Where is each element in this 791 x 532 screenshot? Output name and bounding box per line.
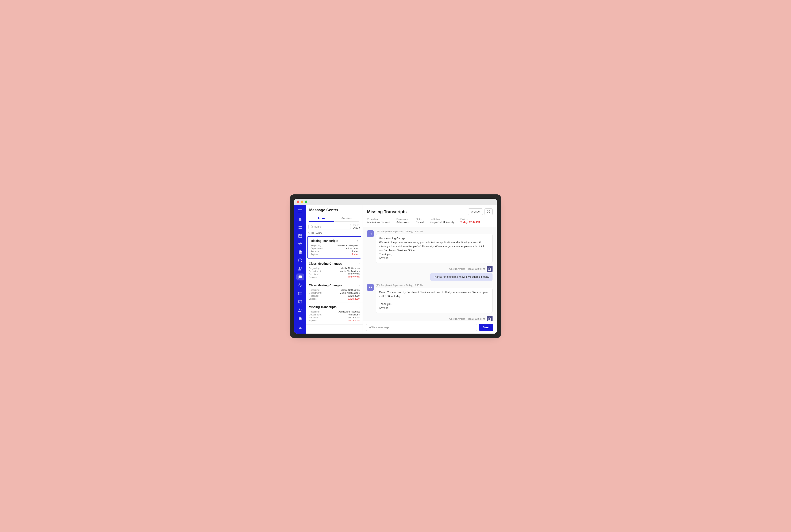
avatar: PS [367,230,374,237]
compose-area: Send [363,321,497,334]
tab-inbox[interactable]: Inbox [309,215,334,222]
home-icon[interactable] [296,216,304,223]
svg-point-11 [298,259,302,262]
document-icon[interactable] [296,249,304,256]
maximize-button[interactable] [305,201,307,203]
card-icon[interactable] [296,290,304,297]
svg-point-15 [301,267,302,268]
meta-value: Mobile Notification [323,289,360,291]
search-input[interactable] [314,225,349,228]
svg-rect-5 [299,228,300,229]
menu-icon[interactable] [296,208,304,214]
thread-item[interactable]: Class Meeting Changes › Regarding: Mobil… [306,259,363,281]
archive-button[interactable]: Archive [468,208,483,215]
chevron-right-icon: › [359,284,360,287]
meta-value: 02/20/2019 [323,294,360,297]
avatar: PS [367,284,374,291]
thread-item[interactable]: Class Meeting Changes › Regarding: Mobil… [306,281,363,303]
people-group-icon[interactable] [296,307,304,314]
notes-icon[interactable] [296,315,304,322]
minimize-button[interactable] [301,201,303,203]
face-icon[interactable] [296,257,304,264]
message-header: Missing Transcripts Archive [363,205,497,227]
meta-value: Admissions [325,247,358,250]
thread-meta: Regarding: Mobile Notification Departmen… [309,289,360,300]
svg-point-12 [299,260,300,261]
meta-label: Department: [309,270,322,272]
svg-rect-1 [298,211,302,211]
meta-label: Received: [310,250,323,253]
svg-rect-3 [299,226,300,227]
sort-button[interactable]: Sort By: Date ▾ [353,224,360,229]
calendar-icon[interactable] [296,232,304,239]
svg-point-14 [299,267,300,269]
message-bubble: Great! You can stop by Enrollment Servic… [376,288,492,313]
svg-point-26 [311,226,313,227]
thread-item[interactable]: Missing Transcripts › Regarding: Admissi… [307,236,361,259]
meta-col-label: Institution: [430,218,454,220]
left-panel: Message Center Inbox Archived [306,205,363,334]
message-icon[interactable] [296,273,304,281]
message-meta-row: Regarding: Admissions Request Department… [367,218,492,224]
meta-department: Department: Admissions [396,218,409,224]
meta-label: Regarding: [310,244,323,247]
tab-archived[interactable]: Archived [334,215,359,222]
thread-header: Missing Transcripts › [310,239,358,243]
message-sender: George Amalor -- Today, 12:50 PM [449,268,485,270]
app-body: Message Center Inbox Archived [294,205,497,334]
list-alt-icon[interactable] [296,298,304,305]
people-icon[interactable] [296,265,304,272]
meta-label: Regarding: [309,310,322,313]
thread-header: Missing Transcripts › [309,305,360,309]
sort-value: Date [353,226,358,229]
message-sender: [PS] Peoplesoft Superuser -- Today, 12:4… [376,230,492,233]
logo-mountain-icon [296,324,304,331]
page-title: Message Center [309,208,359,212]
meta-col-value: Admissions [396,221,409,224]
messages-area: PS [PS] Peoplesoft Superuser -- Today, 1… [363,227,497,321]
svg-rect-29 [487,266,492,272]
message-item: George Amalor -- Today, 12:54 PM Fantast… [367,316,492,321]
chevron-right-icon: › [357,239,358,242]
meta-value: Admissions [323,314,360,316]
grid-icon[interactable] [296,224,304,231]
meta-col-value: Closed [416,221,423,224]
desktop: Message Center Inbox Archived [290,194,501,338]
svg-rect-6 [300,228,302,229]
header-actions: Archive [468,208,492,215]
print-button[interactable] [485,208,492,215]
meta-label: Received: [309,294,322,297]
chart-icon[interactable] [296,282,304,289]
meta-label: Expires: [310,253,323,255]
meta-col-label: Department: [396,218,409,220]
svg-point-23 [301,309,302,309]
right-panel: Missing Transcripts Archive [363,205,497,334]
message-header-top: Missing Transcripts Archive [367,208,492,215]
graduation-icon[interactable] [296,240,304,247]
user-avatar-icon [487,266,492,272]
thread-header: Class Meeting Changes › [309,262,360,265]
close-button[interactable] [297,201,299,203]
meta-value-expires: 09/14/2018 [323,319,360,322]
meta-expires: Expires: Today, 12:44 PM [460,218,480,224]
message-sender: [PS] Peoplesoft Superuser -- Today, 12:5… [376,284,492,287]
meta-col-value-expires: Today, 12:44 PM [460,221,480,224]
meta-label: Regarding: [309,267,322,269]
left-header: Message Center Inbox Archived [306,205,363,222]
meta-col-label: Expires: [460,218,480,220]
meta-label: Department: [310,247,323,250]
compose-input[interactable] [366,324,477,331]
tabs-bar: Inbox Archived [309,215,359,222]
thread-item[interactable]: Missing Transcripts › Regarding: Admissi… [306,303,363,324]
search-icon [310,225,313,228]
message-outgoing-header: George Amalor -- Today, 12:54 PM [449,316,492,321]
meta-label: Department: [309,314,322,316]
svg-rect-2 [298,212,302,212]
svg-rect-7 [299,234,302,238]
meta-value: 09/14/2018 [323,316,360,319]
meta-label: Expires: [309,298,322,300]
svg-point-13 [300,260,301,261]
meta-col-label: Status: [416,218,423,220]
send-button[interactable]: Send [479,324,493,331]
app-window: Message Center Inbox Archived [294,198,497,334]
